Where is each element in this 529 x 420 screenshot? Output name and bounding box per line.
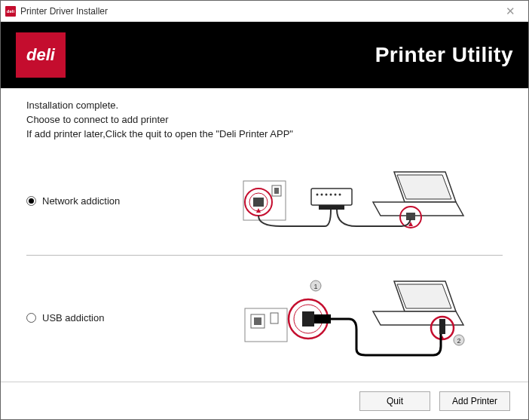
msg-line-2: Choose to connect to add printer bbox=[26, 113, 503, 127]
svg-rect-20 bbox=[254, 317, 261, 325]
svg-rect-5 bbox=[274, 188, 279, 194]
option-divider bbox=[26, 255, 503, 256]
svg-rect-6 bbox=[311, 189, 352, 205]
network-radio-label: Network addiction bbox=[42, 195, 120, 207]
svg-rect-25 bbox=[314, 314, 331, 323]
window-title: Printer Driver Installer bbox=[20, 6, 497, 17]
radio-dot-icon bbox=[26, 313, 36, 323]
svg-rect-24 bbox=[302, 311, 314, 326]
svg-text:1: 1 bbox=[313, 283, 317, 290]
banner: deli Printer Utility bbox=[1, 22, 528, 88]
msg-line-3: If add printer later,Click the quit to o… bbox=[26, 127, 503, 142]
svg-text:2: 2 bbox=[457, 337, 460, 345]
quit-button[interactable]: Quit bbox=[359, 391, 430, 411]
brand-logo: deli bbox=[16, 32, 66, 78]
svg-rect-13 bbox=[319, 205, 344, 210]
app-icon: deli bbox=[5, 6, 16, 17]
network-radio[interactable]: Network addiction bbox=[26, 195, 177, 207]
utility-title: Printer Utility bbox=[66, 43, 513, 67]
network-diagram-icon bbox=[203, 167, 503, 235]
msg-line-1: Installation complete. bbox=[26, 99, 503, 113]
svg-rect-3 bbox=[253, 198, 264, 207]
svg-point-10 bbox=[330, 193, 332, 195]
content-area: Installation complete. Choose to connect… bbox=[1, 88, 528, 382]
svg-point-7 bbox=[316, 193, 319, 195]
titlebar: deli Printer Driver Installer ✕ bbox=[1, 1, 528, 22]
usb-radio[interactable]: USB addiction bbox=[26, 312, 177, 323]
radio-dot-icon bbox=[26, 196, 36, 206]
install-message: Installation complete. Choose to connect… bbox=[26, 99, 503, 142]
usb-diagram-icon: 1 bbox=[203, 277, 503, 360]
svg-point-11 bbox=[335, 193, 337, 195]
svg-rect-27 bbox=[439, 319, 445, 334]
close-button[interactable]: ✕ bbox=[497, 3, 524, 20]
svg-point-9 bbox=[326, 193, 328, 195]
network-option-row: Network addiction bbox=[26, 163, 503, 240]
close-icon: ✕ bbox=[506, 5, 515, 18]
svg-point-12 bbox=[339, 193, 341, 195]
svg-point-8 bbox=[321, 193, 323, 195]
footer: Quit Add Printer bbox=[1, 382, 528, 419]
svg-rect-23 bbox=[271, 313, 278, 323]
usb-radio-label: USB addiction bbox=[42, 312, 104, 323]
add-printer-button[interactable]: Add Printer bbox=[439, 391, 510, 411]
usb-option-row: USB addiction 1 bbox=[26, 272, 503, 364]
